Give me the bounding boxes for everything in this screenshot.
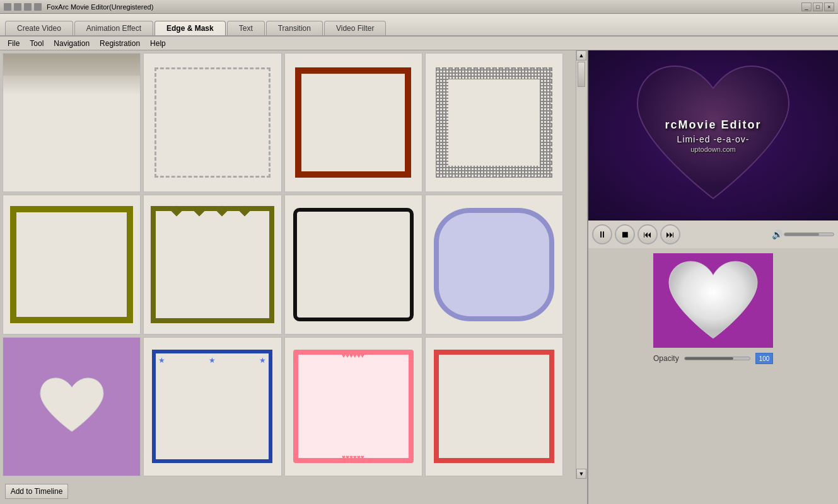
- minimize-button[interactable]: _: [801, 3, 812, 11]
- scroll-thumb[interactable]: [578, 62, 585, 87]
- rewind-button[interactable]: ⏮: [637, 224, 658, 244]
- opacity-row: Opacity 100: [653, 353, 773, 364]
- volume-icon: 🔊: [772, 229, 783, 239]
- tab-edge-mask[interactable]: Edge & Mask: [154, 21, 226, 35]
- tab-create-video[interactable]: Create Video: [5, 21, 73, 35]
- gallery-item-9[interactable]: [3, 337, 141, 476]
- edge-preview: Opacity 100: [588, 248, 838, 504]
- maximize-button[interactable]: □: [813, 3, 823, 11]
- menu-bar: File Tool Navigation Registration Help: [0, 37, 838, 50]
- main-content: ★ ★ ★ ♥♥♥♥♥♥ ♥♥♥♥♥♥ ▲: [0, 50, 838, 504]
- opacity-slider[interactable]: [684, 357, 750, 360]
- gallery-item-12[interactable]: [425, 337, 563, 476]
- volume-area: 🔊: [772, 229, 834, 239]
- scroll-down-arrow[interactable]: ▼: [576, 469, 586, 479]
- scroll-track[interactable]: [576, 60, 587, 469]
- window-controls[interactable]: _ □ ×: [801, 3, 834, 11]
- menu-file[interactable]: File: [3, 38, 25, 49]
- gallery-item-1[interactable]: [3, 53, 141, 192]
- gallery-item-7[interactable]: [284, 195, 422, 334]
- gallery-item-2[interactable]: [143, 53, 281, 192]
- gallery-item-6[interactable]: [143, 195, 281, 334]
- volume-slider[interactable]: [784, 232, 834, 236]
- gallery-item-8[interactable]: [425, 195, 563, 334]
- opacity-label: Opacity: [653, 354, 679, 363]
- video-preview: rcMovie Editor Limi-ed -e-a-ov- uptodown…: [588, 50, 838, 220]
- forward-button[interactable]: ⏭: [660, 224, 680, 244]
- gallery-scrollbar[interactable]: ▲ ▼: [576, 50, 587, 479]
- volume-fill: [784, 233, 819, 236]
- stop-button[interactable]: ⏹: [615, 224, 635, 244]
- pause-button[interactable]: ⏸: [592, 224, 612, 244]
- scroll-up-arrow[interactable]: ▲: [576, 50, 586, 60]
- preview-panel: rcMovie Editor Limi-ed -e-a-ov- uptodown…: [588, 50, 838, 504]
- gallery-item-11[interactable]: ♥♥♥♥♥♥ ♥♥♥♥♥♥: [284, 337, 422, 476]
- gallery-panel: ★ ★ ★ ♥♥♥♥♥♥ ♥♥♥♥♥♥ ▲: [0, 50, 588, 504]
- tab-bar: Create Video Animation Effect Edge & Mas…: [0, 14, 838, 37]
- menu-tool[interactable]: Tool: [25, 38, 49, 49]
- tab-video-filter[interactable]: Video Filter: [324, 21, 386, 35]
- title-bar: FoxArc Movie Editor(Unregistered) _ □ ×: [0, 0, 838, 14]
- add-to-timeline-button[interactable]: Add to Timeline: [5, 484, 68, 499]
- gallery-item-4[interactable]: [425, 53, 563, 192]
- gallery-grid: ★ ★ ★ ♥♥♥♥♥♥ ♥♥♥♥♥♥: [0, 50, 576, 479]
- gallery-wrapper: ★ ★ ★ ♥♥♥♥♥♥ ♥♥♥♥♥♥ ▲: [0, 50, 587, 479]
- video-controls: ⏸ ⏹ ⏮ ⏭ 🔊: [588, 220, 838, 248]
- close-button[interactable]: ×: [824, 3, 834, 11]
- opacity-value: 100: [755, 353, 773, 364]
- tab-text[interactable]: Text: [227, 21, 265, 35]
- edge-mask-heart-svg: [660, 256, 767, 345]
- menu-navigation[interactable]: Navigation: [49, 38, 95, 49]
- gallery-item-5[interactable]: [3, 195, 141, 334]
- menu-help[interactable]: Help: [145, 38, 171, 49]
- menu-registration[interactable]: Registration: [95, 38, 145, 49]
- tab-animation-effect[interactable]: Animation Effect: [74, 21, 153, 35]
- edge-preview-box: [653, 253, 773, 348]
- gallery-item-10[interactable]: ★ ★ ★: [143, 337, 281, 476]
- gallery-item-3[interactable]: [284, 53, 422, 192]
- tab-transition[interactable]: Transition: [266, 21, 323, 35]
- app-title: FoxArc Movie Editor(Unregistered): [47, 3, 801, 11]
